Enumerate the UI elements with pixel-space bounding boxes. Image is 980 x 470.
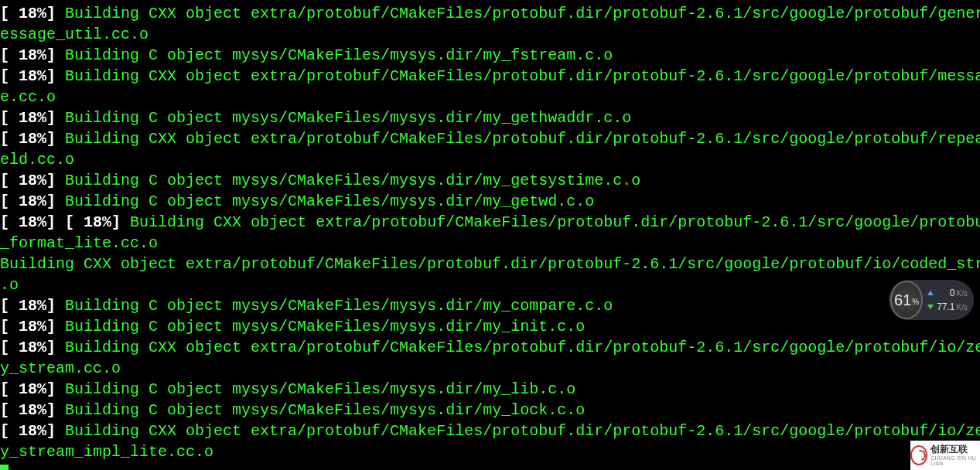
upload-value: 0 bbox=[950, 288, 955, 298]
terminal-line: [ 18%] Building C object mysys/CMakeFile… bbox=[0, 45, 980, 66]
terminal-line: [ 18%] Building C object mysys/CMakeFile… bbox=[0, 107, 980, 128]
terminal-line: [ 18%] Building C object mysys/CMakeFile… bbox=[0, 316, 980, 337]
terminal-line: Building CXX object extra/protobuf/CMake… bbox=[0, 254, 980, 274]
terminal-line: eld.cc.o bbox=[0, 149, 980, 170]
gauge-value: 61 bbox=[894, 292, 911, 308]
terminal-line: e.cc.o bbox=[0, 87, 980, 107]
terminal-line: [ 18%] Building CXX object extra/protobu… bbox=[0, 3, 980, 24]
download-unit: K/s bbox=[957, 303, 968, 312]
watermark-logo: 创新互联 CHUANG XIN HU LIAN bbox=[910, 441, 980, 470]
download-row: 77.1 K/s bbox=[927, 300, 968, 314]
terminal-output: [ 18%] Building CXX object extra/protobu… bbox=[0, 0, 980, 470]
terminal-line: _format_lite.cc.o bbox=[0, 233, 980, 254]
terminal-line: [ 18%] Building C object mysys/CMakeFile… bbox=[0, 191, 980, 212]
terminal-line: y_stream_impl_lite.cc.o bbox=[0, 441, 980, 462]
brand-title: 创新互联 bbox=[930, 444, 980, 454]
speed-readouts: 0 K/s 77.1 K/s bbox=[927, 286, 968, 314]
network-speed-widget[interactable]: 61 % 0 K/s 77.1 K/s bbox=[889, 280, 974, 320]
terminal-line: [ 18%] Building C object mysys/CMakeFile… bbox=[0, 295, 980, 316]
terminal-cursor-line[interactable] bbox=[0, 462, 980, 470]
terminal-line: [ 18%] Building C object mysys/CMakeFile… bbox=[0, 379, 980, 400]
terminal-line: [ 18%] Building C object mysys/CMakeFile… bbox=[0, 170, 980, 191]
brand-icon bbox=[910, 445, 927, 465]
cursor-icon bbox=[0, 465, 9, 470]
accelerator-gauge-icon: 61 % bbox=[890, 281, 923, 319]
terminal-line: [ 18%] [ 18%] Building CXX object extra/… bbox=[0, 212, 980, 233]
terminal-line: .o bbox=[0, 274, 980, 295]
brand-subtitle: CHUANG XIN HU LIAN bbox=[930, 455, 980, 466]
upload-row: 0 K/s bbox=[927, 286, 968, 300]
terminal-line: [ 18%] Building CXX object extra/protobu… bbox=[0, 421, 980, 441]
gauge-unit: % bbox=[912, 298, 919, 306]
terminal-line: [ 18%] Building C object mysys/CMakeFile… bbox=[0, 400, 980, 421]
download-value: 77.1 bbox=[937, 301, 954, 312]
terminal-line: [ 18%] Building CXX object extra/protobu… bbox=[0, 128, 980, 149]
up-arrow-icon bbox=[927, 291, 934, 295]
terminal-line: [ 18%] Building CXX object extra/protobu… bbox=[0, 337, 980, 358]
terminal-line: essage_util.cc.o bbox=[0, 24, 980, 45]
down-arrow-icon bbox=[927, 305, 934, 309]
terminal-line: [ 18%] Building CXX object extra/protobu… bbox=[0, 66, 980, 87]
upload-unit: K/s bbox=[957, 289, 968, 298]
terminal-line: y_stream.cc.o bbox=[0, 358, 980, 379]
